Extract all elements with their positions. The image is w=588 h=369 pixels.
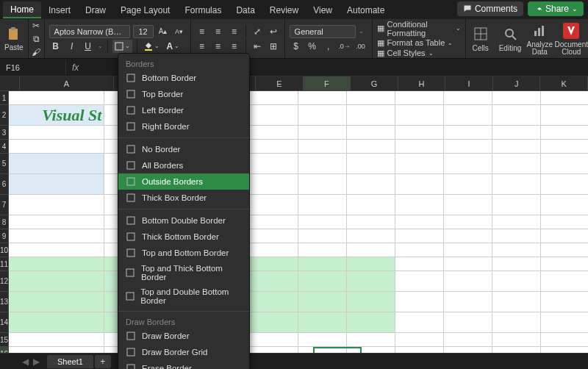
cell-E11[interactable] xyxy=(250,257,298,271)
cell-F3[interactable] xyxy=(298,126,347,140)
cell-E14[interactable] xyxy=(250,312,298,333)
row-header-15[interactable]: 15 xyxy=(0,333,9,347)
cell-J12[interactable] xyxy=(492,271,541,292)
cell-H5[interactable] xyxy=(395,154,444,174)
cell-G2[interactable] xyxy=(347,105,395,126)
row-header-11[interactable]: 11 xyxy=(0,257,9,271)
cell-J4[interactable] xyxy=(492,140,541,154)
cell-H11[interactable] xyxy=(395,257,444,271)
sheet-tab-1[interactable]: Sheet1 xyxy=(47,355,93,368)
cell-G4[interactable] xyxy=(347,140,395,154)
cells-button[interactable]: Cells xyxy=(466,19,495,58)
cell-A10[interactable] xyxy=(9,243,104,257)
cell-G7[interactable] xyxy=(347,195,395,215)
cell-G8[interactable] xyxy=(347,215,395,229)
cell-H15[interactable] xyxy=(395,333,444,347)
orientation-icon[interactable]: ⤢ xyxy=(251,25,264,38)
cell-A9[interactable] xyxy=(9,229,104,243)
italic-button[interactable]: I xyxy=(65,40,79,53)
editing-button[interactable]: Editing xyxy=(495,19,525,58)
menu-item-thick-box-border[interactable]: Thick Box Border xyxy=(118,190,249,206)
chevron-down-icon[interactable]: ⌄ xyxy=(359,28,364,35)
menu-item-draw-border[interactable]: Draw Border xyxy=(118,328,249,344)
cell-E1[interactable] xyxy=(250,91,298,105)
cell-E6[interactable] xyxy=(250,174,298,195)
cell-I12[interactable] xyxy=(444,271,492,292)
cell-F7[interactable] xyxy=(298,195,347,215)
cell-A15[interactable] xyxy=(9,333,104,347)
cell-H14[interactable] xyxy=(395,312,444,333)
cell-F12[interactable] xyxy=(298,271,347,292)
cell-A13[interactable] xyxy=(9,292,104,312)
cell-K11[interactable] xyxy=(541,257,588,271)
cell-F15[interactable] xyxy=(298,333,347,347)
number-format-select[interactable]: General xyxy=(290,25,356,38)
cell-I4[interactable] xyxy=(444,140,492,154)
cell-E13[interactable] xyxy=(250,292,298,312)
menu-item-bottom-border[interactable]: Bottom Border xyxy=(118,70,249,86)
cell-K3[interactable] xyxy=(541,126,588,140)
cell-I2[interactable] xyxy=(444,105,492,126)
col-header-E[interactable]: E xyxy=(256,76,304,90)
cell-E10[interactable] xyxy=(250,243,298,257)
cell-J10[interactable] xyxy=(492,243,541,257)
decrease-font-icon[interactable]: A▾ xyxy=(173,25,186,38)
cell-G10[interactable] xyxy=(347,243,395,257)
cell-F13[interactable] xyxy=(298,292,347,312)
cell-H10[interactable] xyxy=(395,243,444,257)
cell-E3[interactable] xyxy=(250,126,298,140)
menu-item-outside-borders[interactable]: Outside Borders xyxy=(118,173,249,190)
merge-cells-icon[interactable]: ⊞ xyxy=(267,40,280,53)
cell-A11[interactable] xyxy=(9,257,104,271)
cell-K4[interactable] xyxy=(541,140,588,154)
cell-J2[interactable] xyxy=(492,105,541,126)
cell-F5[interactable] xyxy=(298,154,347,174)
increase-decimal-icon[interactable]: .0→ xyxy=(338,40,351,53)
cell-H8[interactable] xyxy=(395,215,444,229)
cell-I11[interactable] xyxy=(444,257,492,271)
cell-J1[interactable] xyxy=(492,91,541,105)
menu-item-no-border[interactable]: No Border xyxy=(118,141,249,157)
cell-F9[interactable] xyxy=(298,229,347,243)
row-header-8[interactable]: 8 xyxy=(0,215,9,229)
cell-I14[interactable] xyxy=(444,312,492,333)
cell-G5[interactable] xyxy=(347,154,395,174)
tab-automate[interactable]: Automate xyxy=(340,2,392,18)
cell-E9[interactable] xyxy=(250,229,298,243)
cell-H2[interactable] xyxy=(395,105,444,126)
decrease-indent-icon[interactable]: ⇤ xyxy=(251,40,264,53)
col-header-A[interactable]: A xyxy=(20,76,113,90)
cell-A4[interactable] xyxy=(9,140,104,154)
cell-K12[interactable] xyxy=(541,271,588,292)
font-size-select[interactable]: 12 xyxy=(133,25,154,38)
menu-item-draw-border-grid[interactable]: Draw Border Grid xyxy=(118,344,249,360)
cell-A7[interactable] xyxy=(9,195,104,215)
cell-E15[interactable] xyxy=(250,333,298,347)
cell-A6[interactable] xyxy=(9,174,104,195)
col-header-H[interactable]: H xyxy=(398,76,446,90)
cell-A8[interactable] xyxy=(9,215,104,229)
cell-H6[interactable] xyxy=(395,174,444,195)
tab-insert[interactable]: Insert xyxy=(41,2,78,18)
row-header-12[interactable]: 12 xyxy=(0,271,9,292)
tab-review[interactable]: Review xyxy=(262,2,306,18)
tab-home[interactable]: Home xyxy=(3,1,41,18)
cell-F11[interactable] xyxy=(298,257,347,271)
menu-item-top-and-bottom-border[interactable]: Top and Bottom Border xyxy=(118,245,249,261)
conditional-formatting-button[interactable]: ▦ Conditional Formatting ⌄ xyxy=(377,20,461,37)
comments-button[interactable]: Comments xyxy=(457,1,523,16)
cell-H4[interactable] xyxy=(395,140,444,154)
cell-G14[interactable] xyxy=(347,312,395,333)
name-box[interactable]: F16 xyxy=(0,61,66,74)
cell-K15[interactable] xyxy=(541,333,588,347)
cell-I8[interactable] xyxy=(444,215,492,229)
menu-item-erase-border[interactable]: Erase Border xyxy=(118,360,249,369)
cell-F2[interactable] xyxy=(298,105,347,126)
row-header-7[interactable]: 7 xyxy=(0,195,9,215)
row-header-5[interactable]: 5 xyxy=(0,154,9,174)
cell-I3[interactable] xyxy=(444,126,492,140)
select-all-corner[interactable] xyxy=(0,76,20,90)
cell-J6[interactable] xyxy=(492,174,541,195)
cell-H12[interactable] xyxy=(395,271,444,292)
cell-A1[interactable] xyxy=(9,91,104,105)
